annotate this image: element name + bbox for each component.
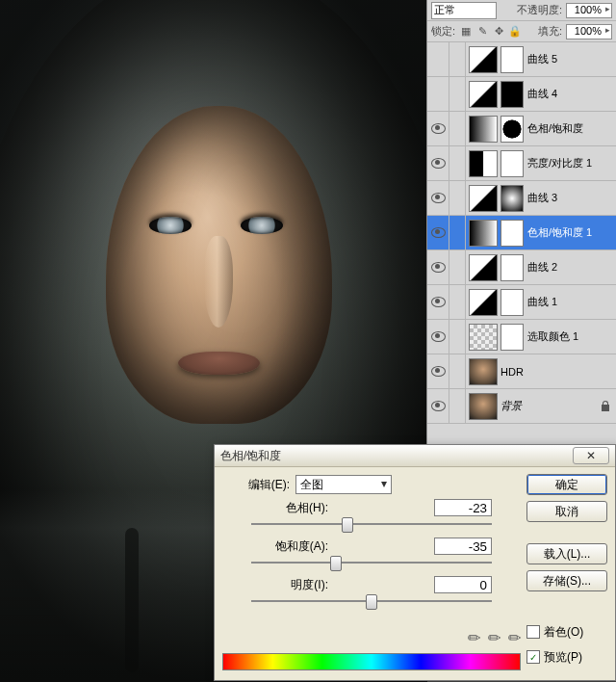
layer-row[interactable]: 曲线 1 [427,285,616,320]
layer-thumbnail[interactable] [469,150,498,177]
preview-checkbox[interactable]: ✓ [526,650,540,664]
layer-thumbnail[interactable] [469,46,498,73]
close-icon: ✕ [586,449,596,462]
layer-name[interactable]: HDR [500,366,616,378]
edit-value: 全图 [300,477,323,493]
layer-row[interactable]: HDR [427,354,616,389]
layer-thumbnail[interactable] [469,81,498,108]
visibility-toggle[interactable] [427,389,449,423]
eyedropper-add-icon[interactable]: ✎ [483,627,505,649]
lock-pixels-icon[interactable]: ✎ [475,25,489,38]
layer-name[interactable]: 选取颜色 1 [527,329,616,344]
visibility-toggle[interactable] [427,181,449,215]
layer-thumbnail[interactable] [469,393,498,420]
lightness-slider[interactable] [251,593,492,609]
edit-label: 编辑(E): [222,477,290,493]
layer-mask-thumbnail[interactable] [500,289,524,316]
blend-mode-select[interactable]: 正常 [431,2,497,19]
layer-mask-thumbnail[interactable] [500,324,524,351]
save-button[interactable]: 存储(S)... [526,570,607,591]
saturation-input[interactable] [434,538,492,555]
layer-mask-thumbnail[interactable] [500,254,524,281]
hue-input[interactable] [434,499,492,516]
visibility-toggle[interactable] [427,250,449,284]
visibility-toggle[interactable] [427,146,449,180]
layer-mask-thumbnail[interactable] [500,150,524,177]
fill-label: 填充: [538,24,562,39]
layer-row[interactable]: 选取颜色 1 [427,320,616,354]
lock-position-icon[interactable]: ✥ [492,25,505,38]
layer-mask-thumbnail[interactable] [500,46,524,73]
layer-row[interactable]: 色相/饱和度 1 [427,216,616,250]
visibility-toggle[interactable] [427,42,449,76]
layer-row[interactable]: 亮度/对比度 1 [427,146,616,181]
layer-name[interactable]: 背景 [500,399,601,413]
colorize-checkbox[interactable] [526,625,540,639]
eyedropper-subtract-icon[interactable]: ✎ [503,627,526,649]
lightness-input[interactable] [434,576,492,593]
layer-name[interactable]: 曲线 4 [527,87,616,101]
layers-list[interactable]: 曲线 5曲线 4色相/饱和度亮度/对比度 1曲线 3色相/饱和度 1曲线 2曲线… [427,42,616,455]
load-button[interactable]: 载入(L)... [526,543,607,564]
close-button[interactable]: ✕ [573,447,609,464]
hue-saturation-dialog: 色相/饱和度 ✕ 编辑(E): 全图 色相(H): 饱和度(A): [214,444,616,681]
spectrum-bar [222,653,521,670]
layers-panel: 正常 不透明度: 100% 锁定: ▦ ✎ ✥ 🔒 填充: 100% 曲线 5曲… [426,0,616,455]
edit-select[interactable]: 全图 [295,475,392,494]
layer-row[interactable]: 曲线 2 [427,250,616,285]
layer-thumbnail[interactable] [469,254,498,281]
hue-slider[interactable] [251,516,492,532]
layer-row[interactable]: 背景 [427,389,616,424]
layer-mask-thumbnail[interactable] [500,81,524,108]
lock-transparency-icon[interactable]: ▦ [459,25,473,38]
opacity-field[interactable]: 100% [566,3,612,18]
layer-row[interactable]: 曲线 3 [427,181,616,216]
eyedropper-icon[interactable]: ✎ [463,627,485,649]
layer-thumbnail[interactable] [469,289,498,316]
lock-buttons[interactable]: ▦ ✎ ✥ 🔒 [459,25,522,38]
layer-name[interactable]: 色相/饱和度 1 [527,225,616,240]
layer-row[interactable]: 曲线 4 [427,77,616,112]
layer-name[interactable]: 色相/饱和度 [527,121,616,136]
layer-mask-thumbnail[interactable] [500,220,524,247]
link-column [449,216,466,249]
eye-icon [431,297,446,307]
lock-icon [601,401,610,412]
eye-icon [431,401,446,411]
visibility-toggle[interactable] [427,112,449,145]
colorize-label: 着色(O) [544,624,583,641]
lock-all-icon[interactable]: 🔒 [508,25,522,38]
dialog-title: 色相/饱和度 [220,448,281,464]
link-column [449,112,466,145]
layer-name[interactable]: 亮度/对比度 1 [527,156,616,170]
layer-mask-thumbnail[interactable] [500,185,524,212]
layer-thumbnail[interactable] [469,185,498,212]
visibility-toggle[interactable] [427,216,449,249]
link-column [449,285,466,319]
link-column [449,389,466,423]
layer-thumbnail[interactable] [469,324,498,351]
fill-field[interactable]: 100% [566,24,612,39]
saturation-slider[interactable] [251,555,492,570]
layer-thumbnail[interactable] [469,220,498,247]
eye-icon [431,123,446,134]
layer-row[interactable]: 色相/饱和度 [427,112,616,146]
visibility-toggle[interactable] [427,320,449,354]
visibility-toggle[interactable] [427,354,449,388]
layer-name[interactable]: 曲线 5 [527,52,616,66]
visibility-toggle[interactable] [427,285,449,319]
layer-mask-thumbnail[interactable] [500,116,524,143]
layer-thumbnail[interactable] [469,116,498,143]
link-column [449,181,466,215]
layer-name[interactable]: 曲线 3 [527,191,616,205]
visibility-toggle[interactable] [427,77,449,111]
layer-name[interactable]: 曲线 1 [527,295,616,309]
layer-thumbnail[interactable] [469,358,498,385]
layer-name[interactable]: 曲线 2 [527,260,616,275]
link-column [449,320,466,354]
layer-row[interactable]: 曲线 5 [427,42,616,77]
link-column [449,250,466,284]
ok-button[interactable]: 确定 [526,474,607,495]
cancel-button[interactable]: 取消 [526,501,607,522]
opacity-label: 不透明度: [517,3,562,17]
